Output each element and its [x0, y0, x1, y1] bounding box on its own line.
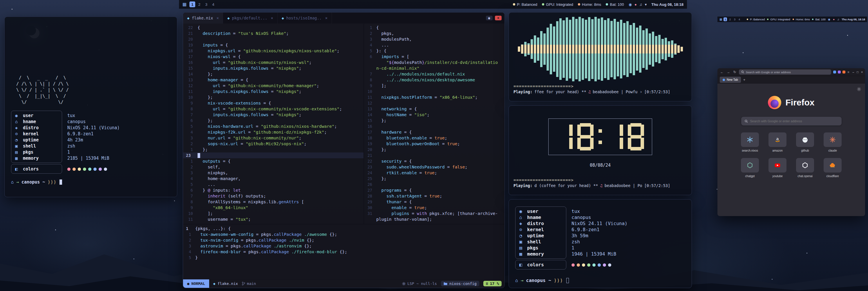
shortcut-github[interactable]: github	[796, 133, 814, 152]
fetch-value: NixOS 24.11 (Vicuna)	[566, 221, 627, 226]
line-number: 6	[183, 118, 197, 123]
maximize-button[interactable]: □	[857, 70, 859, 74]
shortcut-tile[interactable]	[824, 158, 842, 173]
menu-button[interactable]: ≡	[847, 70, 849, 74]
folder-icon	[443, 282, 447, 285]
buffer-flake-nix[interactable]: 22{21 description = "tux's NixOS Flake";…	[183, 24, 364, 224]
cava-window[interactable]: =====================> Playing: ffee for…	[508, 12, 692, 101]
chevron-down-icon[interactable]: ▾	[645, 2, 647, 7]
shortcut-search-nixos[interactable]: search.nixos	[741, 133, 759, 152]
address-bar[interactable]: Search with Google or enter address	[739, 69, 831, 75]
shortcut-tile[interactable]	[796, 158, 814, 173]
line-number: 9	[183, 100, 197, 106]
code-text: outputs = {	[197, 158, 230, 164]
code-line: 7 ../../modules/nixos/default.nix	[364, 71, 504, 77]
tab-close-icon[interactable]: ×	[271, 16, 273, 20]
newtab-search-bar[interactable]	[741, 117, 842, 125]
tab-new-tab[interactable]: New Tab	[720, 77, 741, 83]
code-text: };	[197, 94, 213, 100]
shortcut-chatgpt[interactable]: chatgpt	[741, 158, 759, 178]
workspace-1[interactable]: 1	[723, 18, 727, 21]
tab-hosts-isoimag-[interactable]: ◆hosts/isoImag..×	[278, 12, 332, 24]
shortcut-tile[interactable]	[741, 158, 759, 173]
code-line: 16	[364, 123, 504, 129]
tab-close-icon[interactable]: ×	[216, 16, 219, 20]
tab-pkgs-default-[interactable]: ◆pkgs/default...×	[223, 12, 277, 24]
home-icon: ⌂	[11, 179, 13, 185]
code-text: ...	[376, 42, 389, 48]
cava-bar	[601, 18, 603, 81]
fetch-value: 1946 | 15394 MiB	[566, 251, 616, 257]
window-close-button[interactable]: ×	[495, 16, 502, 20]
line-number: 3	[183, 243, 195, 249]
hname-icon: ⌂	[519, 214, 527, 220]
shortcut-tile[interactable]	[796, 133, 814, 147]
line-number: 1	[364, 25, 376, 30]
extension-icon-purple[interactable]	[838, 70, 841, 74]
shortcut-cloudflare[interactable]: cloudflare	[824, 158, 842, 178]
cava-bar	[681, 47, 683, 51]
workspace-3[interactable]: 3	[733, 18, 736, 21]
buffer-iso-image[interactable]: 1{2 pkgs,3 modulesPath,4 ...5}: {6 impor…	[364, 24, 504, 224]
music-icon[interactable]: ♫	[837, 18, 839, 21]
forward-button[interactable]: →	[726, 70, 731, 74]
shortcut-chat-openai[interactable]: chat.openai	[796, 158, 814, 178]
workspace-2[interactable]: 2	[728, 18, 732, 21]
clock-window[interactable]: 08/08/24 =====================> Playing:…	[508, 106, 692, 195]
cava-bar	[607, 18, 610, 80]
newtab-search-input[interactable]	[750, 119, 838, 123]
code-text: inputs = {	[197, 42, 228, 48]
shell-prompt[interactable]: ⌂ → canopus ~ )))	[11, 179, 177, 185]
editor-window[interactable]: ◆flake.nix×◆pkgs/default...×◆hosts/isoIm…	[183, 12, 505, 288]
refresh-button[interactable]: ↻	[733, 70, 737, 74]
personalize-gear-icon[interactable]	[857, 87, 861, 92]
code-text: };	[197, 71, 213, 77]
fetch-label: pkgs	[527, 245, 566, 251]
firefox-window[interactable]: ← → ↻ Search with Google or enter addres…	[717, 68, 865, 216]
code-text: ssh.startAgent = true;	[376, 193, 442, 199]
clock[interactable]: Thu Aug 08, 18:18	[651, 2, 683, 7]
extension-icon-blue[interactable]	[833, 70, 836, 74]
new-tab-button[interactable]: +	[743, 78, 746, 82]
launcher-icon[interactable]: ▦	[719, 18, 722, 21]
back-button[interactable]: ←	[720, 70, 724, 74]
line-number: 12	[183, 83, 197, 89]
launcher-icon[interactable]: ▦	[183, 2, 187, 7]
shortcut-tile[interactable]: a	[769, 133, 786, 147]
tab-close-icon[interactable]: ×	[325, 16, 328, 20]
shortcut-tile[interactable]	[824, 133, 842, 147]
clock[interactable]: Thu Aug 08, 18:18	[842, 18, 865, 21]
shortcut-amazon[interactable]: aamazon	[769, 133, 786, 152]
music-icon[interactable]: ♫	[640, 2, 642, 7]
record-icon[interactable]: ●	[833, 18, 835, 21]
minimize-button[interactable]: –	[852, 70, 855, 74]
workspace-3[interactable]: 3	[204, 1, 209, 7]
terminal-window-right[interactable]: ◉usertux⌂hnamecanopus◈distroNixOS 24.11 …	[508, 199, 692, 288]
shortcut-youtube[interactable]: youtube	[769, 158, 786, 178]
line-number: 25	[364, 176, 376, 181]
shortcut-tile[interactable]	[741, 133, 759, 147]
tab-flake-nix[interactable]: ◆flake.nix×	[183, 12, 223, 24]
record-icon[interactable]: ●	[634, 2, 637, 7]
palette-dot	[571, 263, 575, 267]
code-text: description = "tux's NixOS Flake";	[197, 30, 289, 36]
clock-digit	[607, 123, 623, 150]
line-number: 16	[183, 60, 197, 65]
workspace-4[interactable]: 4	[738, 18, 741, 21]
shortcut-claude[interactable]: claude	[824, 133, 842, 152]
close-button[interactable]: ×	[861, 70, 863, 74]
shell-prompt[interactable]: ⌂ → canopus ~ )))	[515, 278, 692, 283]
workspace-2[interactable]: 2	[196, 1, 202, 7]
buffer-toggle-button[interactable]: ◉	[486, 16, 493, 20]
code-line: 6 };	[183, 118, 364, 123]
shortcut-tile[interactable]	[769, 158, 786, 173]
extension-icon-orange[interactable]	[842, 70, 845, 74]
buffer-pkgs-default[interactable]: 1{pkgs, ...}: {1 tux-awesome-wm-config =…	[183, 225, 504, 279]
cava-bar	[655, 36, 657, 62]
code-line: 13 networking = {	[364, 106, 504, 112]
workspace-4[interactable]: 4	[210, 1, 216, 7]
bluetooth-icon[interactable]: ◉	[629, 2, 632, 7]
workspace-1[interactable]: 1	[189, 1, 195, 7]
terminal-window-left[interactable]: / \ _ _ / \ / /\ \ | \| | / /\ \ \ \/ / …	[4, 17, 177, 197]
bluetooth-icon[interactable]: ◉	[828, 18, 830, 21]
